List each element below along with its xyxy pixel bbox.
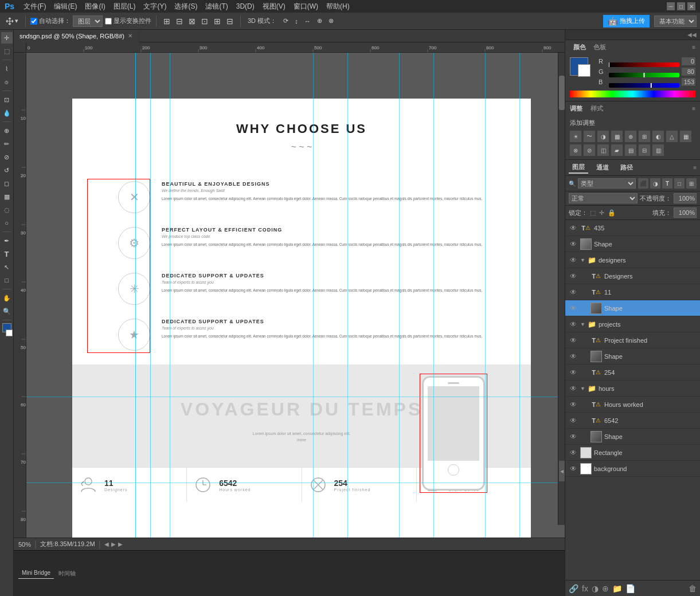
clone-tool[interactable]: ⊘ (1, 151, 13, 163)
layer-group-designers[interactable]: 👁 ▼ 📁 designers (565, 252, 700, 268)
layer-eye-background[interactable]: 👁 (569, 464, 578, 473)
channels-tab[interactable]: 通道 (593, 162, 612, 173)
workspace-select[interactable]: 基本功能 (654, 15, 697, 27)
group-arrow-designers[interactable]: ▼ (580, 257, 585, 263)
lock-pixels[interactable]: ⬚ (590, 209, 596, 217)
layer-group-hours[interactable]: 👁 ▼ 📁 hours (565, 381, 700, 397)
add-style-btn[interactable]: fx (582, 584, 588, 593)
adj-colornew[interactable]: ⊗ (570, 144, 581, 156)
adj-selective[interactable]: ⊟ (639, 144, 650, 156)
link-layers-btn[interactable]: 🔗 (569, 584, 578, 593)
adj-gradient[interactable]: ▤ (625, 144, 636, 156)
next-frame[interactable]: ▶ (118, 541, 123, 547)
prev-frame[interactable]: ◀ (104, 541, 109, 547)
adj-exposure[interactable]: ◑ (597, 131, 609, 142)
layers-filter-select[interactable]: 类型 (578, 178, 636, 189)
ai-upload-button[interactable]: 🤖 拖拽上传 (603, 15, 650, 28)
lock-position[interactable]: ✛ (599, 209, 604, 217)
add-adj-btn[interactable]: ⊕ (602, 584, 609, 593)
layer-item-rectangle[interactable]: 👁 Rectangle (565, 445, 700, 461)
mini-bridge-tab[interactable]: Mini Bridge (18, 568, 54, 579)
brush-tool[interactable]: ✏ (1, 138, 13, 150)
menu-image[interactable]: 图像(I) (81, 1, 108, 13)
3d-tool-3[interactable]: ↔ (302, 16, 313, 26)
layer-eye-designers-text[interactable]: 👁 (569, 272, 578, 281)
layer-item-shape-selected[interactable]: 👁 Shape (565, 300, 700, 316)
menu-filter[interactable]: 滤镜(T) (202, 1, 231, 13)
adj-colorbalance[interactable]: ⊞ (639, 131, 650, 142)
history-brush[interactable]: ↺ (1, 164, 13, 176)
doc-tab-close[interactable]: ✕ (128, 33, 132, 39)
minimize-button[interactable]: ─ (667, 2, 675, 10)
color-panel-menu[interactable]: ≡ (692, 44, 695, 50)
layer-eye-shape-hours[interactable]: 👁 (569, 432, 578, 441)
quick-select-tool[interactable]: ⌾ (1, 76, 13, 88)
menu-edit[interactable]: 编辑(E) (50, 1, 80, 13)
layer-eye-hours[interactable]: 👁 (569, 384, 578, 393)
auto-select-checkbox[interactable] (30, 18, 37, 25)
distribute-v[interactable]: ⊟ (224, 15, 236, 27)
layer-eye-shape-top[interactable]: 👁 (569, 240, 578, 249)
layer-item-hours-worked[interactable]: 👁 T ⚠ Hours worked (565, 397, 700, 413)
close-button[interactable]: ✕ (687, 2, 695, 10)
group-arrow-hours[interactable]: ▼ (580, 386, 585, 391)
hand-tool[interactable]: ✋ (1, 292, 13, 304)
move-tool-btn[interactable]: ✛ (1, 32, 13, 44)
layer-item-11[interactable]: 👁 T ⚠ 11 (565, 284, 700, 300)
menu-help[interactable]: 帮助(H) (323, 1, 353, 13)
path-select-tool[interactable]: ↖ (1, 261, 13, 273)
opacity-input[interactable] (674, 193, 697, 203)
layer-item-435[interactable]: 👁 T ⚠ 435 (565, 220, 700, 236)
menu-layer[interactable]: 图层(L) (110, 1, 139, 13)
show-transform-checkbox[interactable] (105, 18, 112, 25)
document-tab-main[interactable]: sndsgn.psd @ 50% (Shape, RGB/8#) ✕ (14, 30, 139, 42)
group-arrow-projects[interactable]: ▼ (580, 321, 585, 327)
layer-eye-hours-worked[interactable]: 👁 (569, 400, 578, 409)
filter-shape[interactable]: □ (674, 178, 685, 189)
layer-item-shape-top[interactable]: 👁 Shape (565, 236, 700, 252)
layers-tab[interactable]: 图层 (569, 162, 588, 174)
add-mask-btn[interactable]: ◑ (592, 584, 599, 593)
color-tab[interactable]: 颜色 (570, 43, 589, 52)
lasso-tool[interactable]: ⌇ (1, 63, 13, 74)
adj-photofilter[interactable]: △ (666, 131, 678, 142)
layer-eye-6542[interactable]: 👁 (569, 416, 578, 425)
adj-levels[interactable]: ▥ (652, 144, 664, 156)
layer-eye-254[interactable]: 👁 (569, 368, 578, 377)
g-slider[interactable] (609, 69, 679, 74)
healing-brush[interactable]: ⊕ (1, 125, 13, 136)
add-group-btn[interactable]: 📁 (612, 584, 622, 593)
b-slider[interactable] (609, 80, 679, 84)
move-tool[interactable]: ▾ (3, 16, 21, 26)
eraser-tool[interactable]: ◻ (1, 178, 13, 189)
color-spectrum[interactable] (570, 91, 695, 97)
align-right[interactable]: ⊠ (186, 15, 198, 27)
collapse-left-arrow[interactable]: ◀◀ (687, 32, 697, 38)
color-panel-header[interactable]: 颜色 色板 ≡ (565, 40, 700, 54)
adj-bw[interactable]: ◐ (652, 131, 664, 142)
filter-pixel[interactable]: ⬛ (638, 178, 648, 189)
layer-select[interactable]: 图层 (73, 15, 103, 27)
3d-tool-5[interactable]: ⊗ (326, 16, 336, 26)
canvas-area[interactable]: WHY CHOOSE US ~ ~ ~ (26, 53, 565, 538)
add-layer-btn[interactable]: 📄 (625, 584, 635, 593)
fill-input[interactable] (674, 207, 697, 218)
r-value[interactable]: 0 (682, 57, 695, 65)
paths-tab[interactable]: 路径 (617, 162, 636, 173)
layer-eye-projects[interactable]: 👁 (569, 320, 578, 329)
zoom-tool[interactable]: 🔍 (1, 305, 13, 317)
adj-invert[interactable]: ⊘ (584, 144, 595, 156)
menu-select[interactable]: 选择(S) (171, 1, 201, 13)
align-top[interactable]: ⊡ (199, 15, 210, 27)
layer-item-shape-projects[interactable]: 👁 Shape (565, 348, 700, 364)
layers-menu-btn[interactable]: ≡ (693, 164, 697, 171)
layer-item-shape-hours[interactable]: 👁 Shape (565, 429, 700, 445)
lock-all[interactable]: 🔒 (608, 209, 616, 217)
pen-tool[interactable]: ✒ (1, 235, 13, 246)
v-scrollbar[interactable] (558, 53, 565, 525)
menu-text[interactable]: 文字(Y) (140, 1, 170, 13)
play-btn[interactable]: ▶ (111, 541, 116, 547)
3d-tool-1[interactable]: ⟳ (281, 16, 291, 26)
adj-poster[interactable]: ◫ (597, 144, 609, 156)
gradient-tool[interactable]: ▦ (1, 191, 13, 202)
